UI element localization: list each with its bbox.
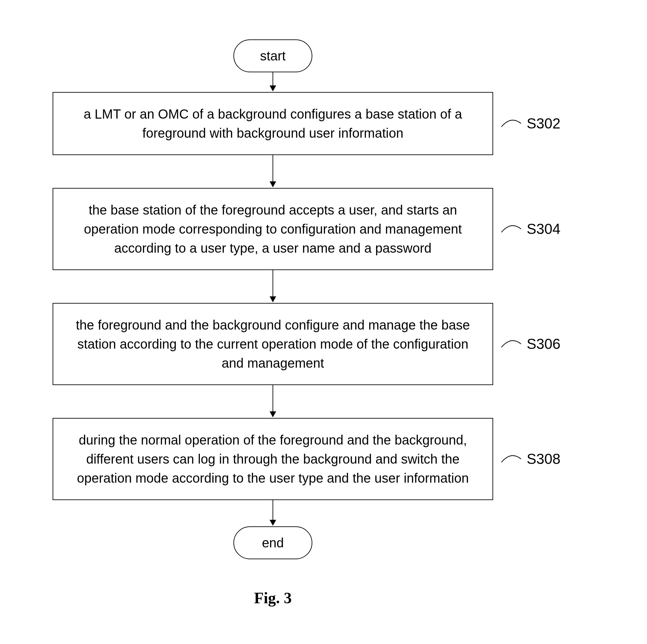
svg-marker-7 [270, 411, 276, 417]
step-row: the base station of the foreground accep… [33, 188, 614, 270]
connector-curve-icon [500, 334, 523, 354]
process-box-s308: during the normal operation of the foreg… [53, 418, 493, 500]
process-box-s304: the base station of the foreground accep… [53, 188, 493, 270]
svg-marker-1 [270, 85, 276, 91]
label-connector: S306 [500, 334, 561, 354]
connector-curve-icon [500, 219, 523, 239]
step-row: a LMT or an OMC of a background configur… [33, 92, 614, 155]
label-connector: S304 [500, 219, 561, 239]
end-terminal: end [233, 527, 312, 559]
arrow-icon [266, 155, 279, 188]
process-text: the base station of the foreground accep… [66, 200, 479, 258]
end-label: end [262, 536, 284, 550]
start-label: start [260, 49, 286, 63]
step-label: S306 [527, 336, 561, 352]
connector-curve-icon [500, 114, 523, 134]
connector-curve-icon [500, 449, 523, 469]
arrow-icon [266, 270, 279, 303]
arrow-icon [266, 385, 279, 418]
process-text: a LMT or an OMC of a background configur… [66, 104, 479, 143]
flowchart: start a LMT or an OMC of a background co… [33, 39, 614, 607]
label-connector: S308 [500, 449, 561, 469]
process-text: during the normal operation of the foreg… [66, 430, 479, 488]
svg-marker-3 [270, 181, 276, 187]
process-box-s302: a LMT or an OMC of a background configur… [53, 92, 493, 155]
step-row: during the normal operation of the foreg… [33, 418, 614, 500]
step-label: S308 [527, 451, 561, 467]
process-box-s306: the foreground and the background config… [53, 303, 493, 385]
arrow-icon [266, 500, 279, 527]
step-row: the foreground and the background config… [33, 303, 614, 385]
process-text: the foreground and the background config… [66, 315, 479, 373]
step-label: S302 [527, 115, 561, 132]
figure-caption: Fig. 3 [33, 589, 513, 607]
svg-marker-9 [270, 520, 276, 526]
label-connector: S302 [500, 114, 561, 134]
start-terminal: start [233, 39, 312, 72]
step-label: S304 [527, 221, 561, 237]
svg-marker-5 [270, 296, 276, 302]
arrow-icon [266, 72, 279, 92]
